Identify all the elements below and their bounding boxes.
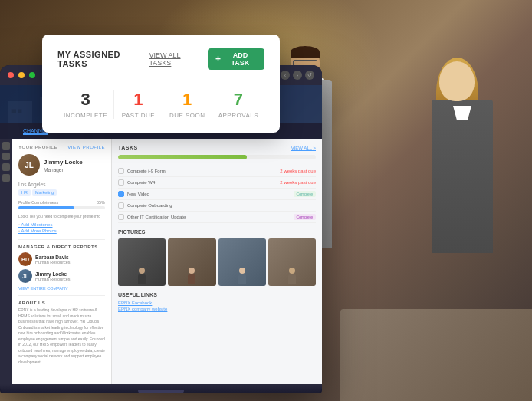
useful-link-1[interactable]: EPNX Facebook bbox=[118, 301, 316, 305]
profile-section-title: YOUR PROFILE VIEW PROFILE bbox=[18, 145, 105, 150]
view-entire-company-btn[interactable]: VIEW ENTIRE COMPANY bbox=[18, 286, 105, 291]
task-card-header: MY ASSIGNED TASKS VIEW ALL TASKS ADD TAS… bbox=[57, 48, 264, 70]
profile-title-text: YOUR PROFILE bbox=[18, 145, 57, 150]
past-due-count: 1 bbox=[120, 90, 156, 109]
task-tag-5: Complete bbox=[294, 214, 316, 220]
task-checkbox-3[interactable] bbox=[118, 191, 124, 197]
approvals-label: APPROVALS bbox=[218, 112, 258, 119]
task-tag-3: Complete bbox=[294, 191, 316, 197]
useful-links-title: USEFUL LINKS bbox=[118, 292, 316, 297]
picture-thumb-2[interactable] bbox=[168, 238, 215, 286]
manager-info: Barbara Davis Human Resources bbox=[35, 255, 105, 265]
add-photos-link[interactable]: Add More Photos bbox=[18, 228, 105, 233]
sidebar-icon-4[interactable] bbox=[2, 174, 10, 182]
picture-thumb-4[interactable] bbox=[268, 238, 316, 286]
task-date-1: 2 weeks past due bbox=[280, 169, 316, 173]
add-milestones-link[interactable]: Add Milestones bbox=[18, 222, 105, 227]
view-all-tasks-link[interactable]: VIEW ALL TASKS bbox=[149, 51, 202, 67]
profile-sub-text: Looks like you need to complete your pro… bbox=[18, 214, 105, 219]
manager-name: Barbara Davis bbox=[35, 255, 105, 260]
dashboard-sidebar bbox=[0, 139, 12, 384]
task-text-3: New Video bbox=[127, 192, 149, 196]
approvals-count: 7 bbox=[218, 90, 258, 109]
pictures-title: PICTURES bbox=[118, 229, 316, 235]
profile-name: Jimmy Locke bbox=[44, 159, 83, 166]
task-stats: 3 INCOMPLETE 1 PAST DUE 1 DUE SOON 7 APP… bbox=[57, 81, 264, 119]
picture-thumb-3[interactable] bbox=[218, 238, 266, 286]
browser-forward-icon[interactable]: › bbox=[293, 71, 302, 80]
manager-item: BD Barbara Davis Human Resources bbox=[18, 252, 105, 266]
about-us-text: EPNX is a leading developer of HR softwa… bbox=[18, 307, 105, 365]
stat-incomplete: 3 INCOMPLETE bbox=[57, 90, 114, 119]
browser-back-icon[interactable]: ‹ bbox=[281, 71, 290, 80]
task-text-2: Complete W4 bbox=[127, 180, 155, 185]
direct-report-avatar: JL bbox=[18, 269, 32, 283]
profile-panel: YOUR PROFILE VIEW PROFILE JL Jimmy Locke… bbox=[12, 139, 112, 384]
incomplete-label: INCOMPLETE bbox=[64, 112, 107, 119]
manager-role: Human Resources bbox=[35, 260, 105, 265]
past-due-label: PAST DUE bbox=[120, 112, 156, 119]
profile-tags: HR Marketing bbox=[18, 189, 105, 196]
task-card-title: MY ASSIGNED TASKS bbox=[57, 50, 149, 68]
profile-tag-hr: HR bbox=[18, 189, 31, 196]
task-item-5: Other IT Certification Update Complete bbox=[118, 212, 316, 223]
divider-2 bbox=[18, 295, 105, 296]
tasks-content-panel: TASKS VIEW ALL > Complete i-9 Form 2 wee… bbox=[112, 139, 322, 384]
stat-past-due: 1 PAST DUE bbox=[114, 90, 163, 119]
task-item-1: Complete i-9 Form 2 weeks past due bbox=[118, 166, 316, 177]
task-text-1: Complete i-9 Form bbox=[127, 169, 166, 173]
view-profile-link[interactable]: VIEW PROFILE bbox=[67, 145, 105, 150]
task-checkbox-5[interactable] bbox=[118, 214, 124, 220]
female-body bbox=[432, 100, 493, 253]
picture-person-4 bbox=[268, 238, 316, 286]
task-date-2: 2 weeks past due bbox=[280, 180, 316, 185]
task-checkbox-4[interactable] bbox=[118, 202, 124, 209]
direct-report-item: JL Jimmy Locke Human Resources bbox=[18, 269, 105, 283]
direct-report-role: Human Resources bbox=[35, 277, 105, 281]
picture-person-3 bbox=[218, 238, 266, 286]
sidebar-icon-3[interactable] bbox=[2, 163, 10, 171]
female-head bbox=[439, 61, 475, 101]
task-text-5: Other IT Certification Update bbox=[127, 215, 186, 219]
stat-due-soon: 1 DUE SOON bbox=[163, 90, 212, 119]
profile-completeness: Profile Completeness 65% bbox=[18, 200, 105, 209]
profile-role: Manager bbox=[44, 167, 83, 173]
tasks-panel-title: TASKS bbox=[118, 145, 138, 150]
profile-tag-marketing: Marketing bbox=[32, 189, 57, 196]
sidebar-icon-2[interactable] bbox=[2, 153, 10, 160]
tasks-panel-header: TASKS VIEW ALL > bbox=[118, 145, 316, 150]
picture-thumb-1[interactable] bbox=[118, 238, 166, 286]
useful-link-2[interactable]: EPNX company website bbox=[118, 307, 316, 311]
browser-refresh-icon[interactable]: ↺ bbox=[305, 71, 314, 80]
profile-location: Los Angeles bbox=[18, 182, 105, 187]
manager-section-title: MANAGER & DIRECT REPORTS bbox=[18, 245, 105, 249]
stat-approvals: 7 APPROVALS bbox=[212, 90, 264, 119]
task-card: MY ASSIGNED TASKS VIEW ALL TASKS ADD TAS… bbox=[42, 35, 280, 133]
browser-close-dot[interactable] bbox=[8, 72, 14, 78]
add-task-button[interactable]: ADD TASK bbox=[208, 48, 264, 70]
completeness-label: Profile Completeness 65% bbox=[18, 200, 105, 205]
task-checkbox-1[interactable] bbox=[118, 168, 124, 174]
about-us-title: ABOUT US bbox=[18, 301, 105, 305]
pictures-grid bbox=[118, 238, 316, 286]
browser-maximize-dot[interactable] bbox=[29, 72, 35, 78]
task-item-3: New Video Complete bbox=[118, 189, 316, 200]
laptop-base bbox=[0, 384, 322, 393]
task-item-2: Complete W4 2 weeks past due bbox=[118, 177, 316, 189]
profile-avatar: JL bbox=[18, 154, 40, 176]
sidebar-icon-1[interactable] bbox=[2, 142, 10, 150]
task-text-4: Complete Onboarding bbox=[127, 203, 172, 208]
view-all-tasks-panel-link[interactable]: VIEW ALL > bbox=[291, 146, 316, 150]
due-soon-count: 1 bbox=[169, 90, 205, 109]
divider-1 bbox=[18, 239, 105, 240]
task-item-4: Complete Onboarding bbox=[118, 200, 316, 212]
female-collar bbox=[453, 106, 471, 120]
pictures-section: PICTURES bbox=[118, 229, 316, 286]
tasks-progress-fill bbox=[118, 155, 247, 159]
task-checkbox-2[interactable] bbox=[118, 179, 124, 186]
direct-report-info: Jimmy Locke Human Resources bbox=[35, 271, 105, 281]
browser-minimize-dot[interactable] bbox=[18, 72, 25, 78]
direct-report-name: Jimmy Locke bbox=[35, 271, 105, 277]
male-hair bbox=[291, 46, 320, 58]
completeness-bar-bg bbox=[18, 206, 105, 209]
